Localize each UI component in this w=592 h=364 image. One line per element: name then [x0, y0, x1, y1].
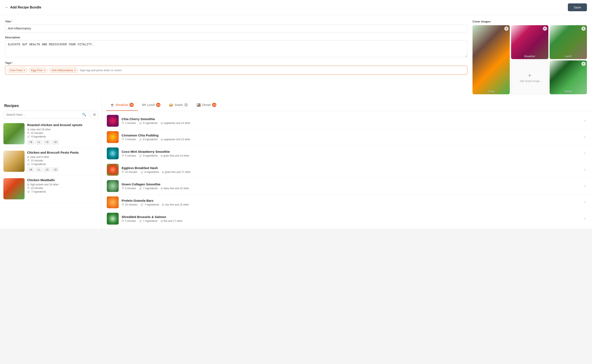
tab-breakfast[interactable]: ☕ Breakfast 10 [106, 99, 138, 111]
bundle-info-bi7: Shredded Brussels & Salmon ⏱ 5 minutes 🛒… [122, 215, 580, 222]
cover-close-main[interactable]: × [504, 26, 508, 31]
tag-input[interactable] [79, 68, 122, 73]
meal-tag-s-r1[interactable]: +S [43, 140, 50, 144]
bundle-remove-bi4[interactable]: × [583, 167, 587, 173]
meal-tag-b-r1[interactable]: +B [27, 140, 34, 144]
drag-handle-r1[interactable]: ⋮⋮ [0, 132, 8, 136]
recipe-search-input[interactable] [6, 113, 80, 116]
bundle-ingredients-text-bi4: 8 ingredients [144, 170, 159, 174]
tab-snack[interactable]: 🥪 Snack 0 [165, 99, 192, 111]
bundle-meta-bi1: ⏱ 2 minutes 🛒 6 ingredients ◎ vegetarian… [122, 122, 580, 124]
bundle-remove-bi7[interactable]: × [583, 216, 587, 222]
tag-icon-r3: ◎ [27, 183, 29, 186]
bundle-item-bi2: Cinnamon Chia Pudding ⏱ 3 minutes 🛒 8 in… [102, 129, 592, 145]
recipe-item-r2[interactable]: ⋮⋮ Chicken and Broccoli Pesto Pasta ◎ ea… [0, 148, 102, 175]
bundle-ingredients-bi4: 🛒 8 ingredients [141, 170, 159, 174]
back-button[interactable]: ← Add Recipe Bundle [5, 6, 41, 9]
title-input[interactable] [5, 24, 468, 32]
bundle-tags-bi4: ◎ grain free and 17 other [162, 170, 190, 174]
recipe-info-r1: Roasted chicken and brussel spouts ◎ eas… [27, 123, 98, 144]
meal-tag-s-r2[interactable]: +S [43, 167, 50, 172]
cover-cell-lunch: × Lunch [550, 25, 587, 59]
bundle-time-text-bi6: 10 minutes [125, 203, 137, 206]
tags-container[interactable]: Corn Free × Egg Free × Anti-Inflammatory… [5, 66, 468, 75]
recipe-item-r3[interactable]: ⋮⋮ Chicken Meatballs ◎ high protein and … [0, 175, 102, 202]
lunch-tab-label: Lunch [147, 103, 155, 107]
breakfast-tab-icon: ☕ [110, 103, 114, 107]
search-icon-button[interactable]: 🔍 [82, 112, 86, 117]
bundle-meta-bi4: ⏱ 10 minutes 🛒 8 ingredients ◎ grain fre… [122, 170, 580, 174]
cover-cell-snack-add[interactable]: + Add Snack Image [511, 60, 548, 94]
bundle-tags-bi1: ◎ vegetarian and 14 other [161, 122, 190, 124]
meal-tag-d-r1[interactable]: +D [52, 140, 59, 144]
recipe-list-panel: Recipes 🔍 ⊞ ⋮⋮ Roasted chicken and bruss… [0, 99, 102, 229]
meal-tags-r2: +B +L +S +D [27, 167, 98, 172]
bundle-remove-bi2[interactable]: × [583, 134, 587, 140]
drag-handle-r2[interactable]: ⋮⋮ [0, 159, 8, 163]
filter-button[interactable]: ⊞ [91, 110, 98, 118]
search-box-wrap: 🔍 [3, 110, 89, 118]
bundle-remove-bi5[interactable]: × [583, 183, 587, 189]
recipe-time-r2: ⏱ 10 minutes [27, 159, 98, 162]
recipe-name-r1: Roasted chicken and brussel spouts [27, 123, 98, 127]
tag-label-egg-free: Egg Free [31, 69, 42, 72]
tag-remove-egg-free[interactable]: × [43, 69, 45, 72]
bundle-time-text-bi5: 5 minutes [125, 187, 136, 190]
bundle-ingredients-bi2: 🛒 8 ingredients [139, 138, 158, 141]
recipe-item-r1[interactable]: ⋮⋮ Roasted chicken and brussel spouts ◎ … [0, 120, 102, 148]
bundle-time-bi1: ⏱ 2 minutes [122, 122, 136, 124]
bundle-time-bi2: ⏱ 3 minutes [122, 138, 136, 141]
cover-cell-main: × Cover [473, 25, 510, 94]
recipe-time-r3: ⏱ 10 minutes [27, 187, 98, 190]
bundle-time-bi5: ⏱ 5 minutes [122, 187, 136, 190]
tag-chip-anti-inflammatory: Anti-Inflammatory × [49, 68, 78, 73]
cover-close-breakfast[interactable]: × [543, 26, 547, 31]
bundle-ingredients-bi7: 🛒 7 ingredients [139, 220, 158, 222]
cart-icon-bi3: 🛒 [139, 154, 142, 157]
save-button[interactable]: Save [568, 3, 587, 11]
bundle-remove-bi3[interactable]: × [583, 150, 587, 156]
cover-close-dinner[interactable]: × [581, 62, 586, 66]
drag-handle-r3[interactable]: ⋮⋮ [0, 187, 8, 191]
tag-remove-anti-inflammatory[interactable]: × [74, 69, 76, 72]
recipe-time-text-r3: 10 minutes [31, 187, 43, 190]
bundle-name-bi7: Shredded Brussels & Salmon [122, 215, 580, 219]
tags-label: Tags* [5, 61, 468, 65]
bundle-name-bi3: Coco Mint Strawberry Smoothie [122, 150, 580, 153]
bundle-name-bi1: Chia Cherry Smoothie [122, 117, 580, 121]
meal-tag-l-r2[interactable]: +L [35, 167, 42, 172]
bundle-item-bi3: Coco Mint Strawberry Smoothie ⏱ 5 minute… [102, 145, 592, 162]
bundle-time-bi3: ⏱ 5 minutes [122, 154, 136, 157]
bundle-tags-bi7: ◎ fish and 17 other [161, 220, 182, 222]
bundle-info-bi4: Eggless Breakfast Hash ⏱ 10 minutes 🛒 8 … [122, 166, 580, 174]
snack-tab-icon: 🥪 [169, 103, 173, 107]
recipe-time-text-r1: 10 minutes [31, 132, 43, 135]
tab-lunch[interactable]: 🍽 Lunch 10 [138, 99, 165, 111]
tab-dinner[interactable]: 🍱 Dinner 10 [192, 99, 221, 111]
bundle-meta-bi7: ⏱ 5 minutes 🛒 7 ingredients ◎ fish and 1… [122, 220, 580, 222]
meal-tag-b-r2[interactable]: +B [27, 167, 34, 172]
recipe-ingredients-text-r1: 6 ingredients [31, 135, 46, 138]
bundle-meta-bi6: ⏱ 10 minutes 🛒 7 ingredients ◎ soy free … [122, 203, 580, 206]
bundle-item-bi6: Protein Granola Bars ⏱ 10 minutes 🛒 7 in… [102, 194, 592, 211]
bundle-item-bi5: Green Collagen Smoothie ⏱ 5 minutes 🛒 7 … [102, 178, 592, 194]
bundle-time-text-bi2: 3 minutes [125, 138, 136, 141]
bundle-ingredients-bi3: 🛒 9 ingredients [139, 154, 158, 157]
recipe-tags-text-r1: easy and 19 other [30, 128, 51, 131]
bundle-remove-bi1[interactable]: × [583, 118, 587, 124]
title-label: Title* [5, 20, 468, 23]
clock-icon-bi1: ⏱ [122, 122, 124, 124]
lunch-tab-icon: 🍽 [142, 103, 146, 107]
bundle-time-text-bi1: 2 minutes [125, 122, 136, 124]
bundle-meta-bi5: ⏱ 5 minutes 🛒 7 ingredients ◎ dairy free… [122, 187, 580, 190]
recipe-ingredients-r2: 🛒 6 ingredients [27, 163, 98, 166]
meal-tag-d-r2[interactable]: +D [52, 167, 59, 172]
tag-remove-corn-free[interactable]: × [23, 69, 25, 72]
cover-close-lunch[interactable]: × [581, 26, 586, 31]
title-field-group: Title* [5, 20, 468, 32]
bundle-remove-bi6[interactable]: × [583, 199, 587, 206]
cart-icon-bi7: 🛒 [139, 220, 142, 222]
bundle-time-text-bi4: 10 minutes [125, 170, 137, 174]
meal-tag-l-r1[interactable]: +L [35, 140, 42, 144]
description-input[interactable]: ELEVATE GUT HEALTH AND REDISCOVER YOUR V… [5, 40, 468, 57]
